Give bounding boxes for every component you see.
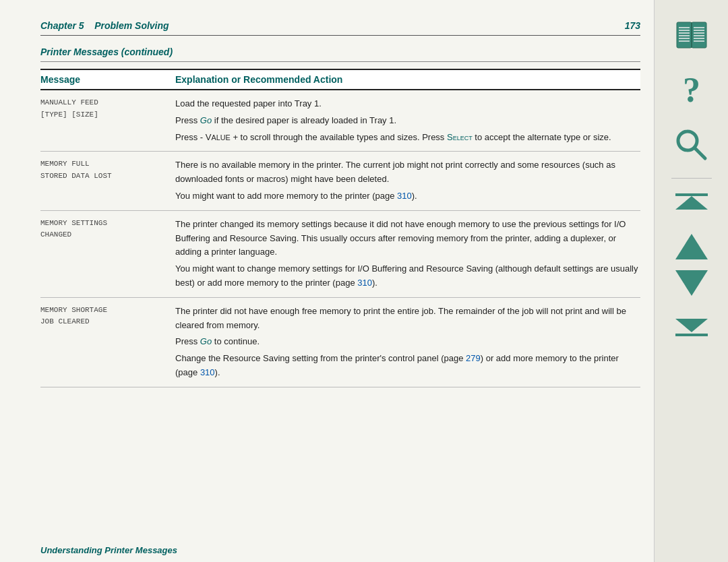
help-icon[interactable]: ?	[668, 67, 715, 115]
messages-table: Message Explanation or Recommended Actio…	[40, 69, 640, 387]
message-cell-1: MANUALLY FEED[TYPE] [SIZE]	[40, 97, 175, 144]
book-icon[interactable]	[668, 13, 715, 61]
svg-rect-1	[692, 22, 706, 48]
col-explanation-header: Explanation or Recommended Action	[175, 74, 640, 85]
svg-text:?: ?	[683, 71, 700, 109]
chapter-label: Chapter 5	[40, 20, 84, 31]
link-279[interactable]: 279	[466, 353, 481, 363]
svg-line-17	[694, 148, 705, 158]
section-header: Printer Messages (continued)	[40, 46, 640, 62]
search-icon[interactable]	[668, 121, 715, 168]
svg-marker-20	[675, 234, 708, 259]
sidebar-nav: ?	[654, 0, 728, 562]
main-content: Chapter 5 Problem Solving 173 Printer Me…	[40, 20, 640, 535]
svg-marker-22	[675, 319, 708, 332]
table-header-row: Message Explanation or Recommended Actio…	[40, 69, 640, 90]
explanation-cell-2: There is no available memory in the prin…	[175, 158, 640, 203]
chapter-subtitle: Problem Solving	[94, 20, 169, 31]
link-310-3[interactable]: 310	[200, 367, 215, 377]
table-row: MEMORY SETTINGSCHANGED The printer chang…	[40, 211, 640, 298]
explanation-cell-1: Load the requested paper into Tray 1. Pr…	[175, 97, 640, 144]
explanation-cell-4: The printer did not have enough free mem…	[175, 305, 640, 380]
table-row: MEMORY FULLSTORED DATA LOST There is no …	[40, 152, 640, 210]
col-message-header: Message	[40, 74, 175, 85]
nav-arrows	[671, 193, 712, 336]
link-310-1[interactable]: 310	[397, 191, 412, 201]
footer-section: Understanding Printer Messages	[40, 545, 177, 555]
footer-link[interactable]: Understanding Printer Messages	[40, 545, 177, 555]
nav-prev-page-button[interactable]	[671, 230, 712, 263]
message-cell-3: MEMORY SETTINGSCHANGED	[40, 218, 175, 290]
message-cell-2: MEMORY FULLSTORED DATA LOST	[40, 158, 175, 203]
chapter-title: Chapter 5 Problem Solving	[40, 20, 169, 31]
nav-first-page-button[interactable]	[671, 193, 712, 227]
svg-marker-18	[675, 196, 708, 210]
nav-last-page-button[interactable]	[671, 303, 712, 336]
chapter-header: Chapter 5 Problem Solving 173	[40, 20, 640, 36]
page-number: 173	[625, 20, 640, 31]
section-title: Printer Messages (continued)	[40, 46, 173, 57]
message-cell-4: MEMORY SHORTAGEJOB CLEARED	[40, 305, 175, 380]
table-row: MANUALLY FEED[TYPE] [SIZE] Load the requ…	[40, 90, 640, 152]
nav-next-page-button[interactable]	[671, 266, 712, 300]
link-310-2[interactable]: 310	[357, 278, 372, 288]
explanation-cell-3: The printer changed its memory settings …	[175, 218, 640, 290]
table-row: MEMORY SHORTAGEJOB CLEARED The printer d…	[40, 298, 640, 387]
svg-rect-0	[677, 22, 692, 48]
sidebar-divider-1	[671, 178, 712, 179]
svg-marker-21	[675, 270, 708, 296]
